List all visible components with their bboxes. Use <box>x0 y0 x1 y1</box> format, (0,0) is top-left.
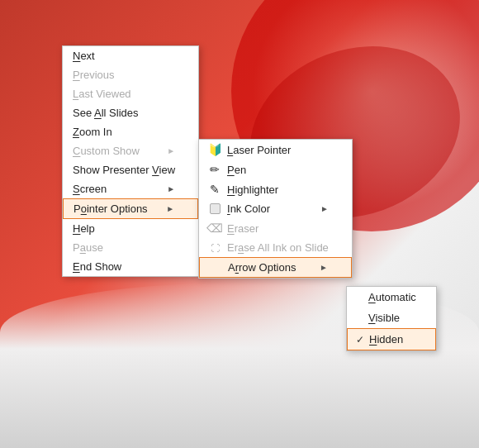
submenu-item-ink-color[interactable]: Ink Color ► <box>199 199 352 218</box>
menu-item-see-all-slides[interactable]: See All Slides <box>63 103 198 122</box>
submenu-label-arrow-options: Arrow Options <box>228 261 296 274</box>
ink-color-icon <box>206 203 224 214</box>
eraser-icon: ⌫ <box>206 222 224 235</box>
menu-label-last-viewed: Last Viewed <box>73 88 131 100</box>
submenu-arrow-icon-pointer: ► <box>166 204 174 213</box>
menu-label-see-all-slides: See All Slides <box>73 107 139 119</box>
menu-label-custom-show: Custom Show <box>73 145 140 157</box>
menu-item-screen[interactable]: Screen ► <box>63 179 198 198</box>
menu-label-show-presenter: Show Presenter View <box>73 164 175 176</box>
submenu-label-erase-all: Erase All Ink on Slide <box>227 241 329 254</box>
menu-item-pointer-options[interactable]: Pointer Options ► <box>63 198 198 219</box>
erase-all-icon: ⛶ <box>206 243 224 253</box>
menu-item-zoom-in[interactable]: Zoom In <box>63 122 198 141</box>
submenu-item-pen[interactable]: ✏ Pen <box>199 160 352 179</box>
menu-item-show-presenter[interactable]: Show Presenter View <box>63 160 198 179</box>
arrow-item-hidden[interactable]: ✓ Hidden <box>347 328 436 350</box>
arrow-label-hidden: Hidden <box>369 333 403 346</box>
submenu-item-eraser: ⌫ Eraser <box>199 218 352 238</box>
menu-item-pause: Pause <box>63 238 198 257</box>
menu-label-screen: Screen <box>73 183 107 195</box>
submenu-arrow-icon-custom-show: ► <box>167 146 175 155</box>
menu-item-custom-show: Custom Show ► <box>63 141 198 160</box>
context-menu: Next Previous Last Viewed See All Slides… <box>62 45 199 277</box>
arrow-label-automatic: Automatic <box>368 291 416 303</box>
submenu-item-highlighter[interactable]: ✎ Highlighter <box>199 179 352 199</box>
submenu-label-laser-pointer: Laser Pointer <box>227 144 291 156</box>
menu-label-zoom-in: Zoom In <box>73 126 112 138</box>
submenu-item-laser-pointer[interactable]: 🔰 Laser Pointer <box>199 140 352 160</box>
menu-label-next: Next <box>73 50 95 62</box>
checkmark-automatic <box>355 292 368 303</box>
arrow-item-automatic[interactable]: Automatic <box>347 287 436 307</box>
menu-item-last-viewed: Last Viewed <box>63 84 198 103</box>
checkmark-visible <box>355 312 368 324</box>
submenu-label-highlighter: Highlighter <box>227 183 278 196</box>
menu-label-pause: Pause <box>73 241 103 254</box>
highlighter-icon: ✎ <box>206 183 224 196</box>
menu-label-pointer-options: Pointer Options <box>74 203 148 215</box>
arrow-label-visible: Visible <box>368 312 400 324</box>
menu-item-help[interactable]: Help <box>63 219 198 238</box>
ink-color-submenu-arrow: ► <box>312 204 329 213</box>
laser-pointer-icon: 🔰 <box>206 143 224 156</box>
submenu-label-ink-color: Ink Color <box>227 203 270 215</box>
menu-item-previous: Previous <box>63 65 198 84</box>
submenu-item-arrow-options[interactable]: Arrow Options ► <box>199 257 352 278</box>
submenu-arrow-icon-screen: ► <box>167 184 175 193</box>
pointer-options-submenu: 🔰 Laser Pointer ✏ Pen ✎ Highlighter Ink … <box>198 139 353 279</box>
menu-label-previous: Previous <box>73 69 115 81</box>
arrow-options-submenu: Automatic Visible ✓ Hidden <box>346 286 437 351</box>
menu-label-end-show: End Show <box>73 260 121 273</box>
arrow-options-submenu-arrow: ► <box>311 263 328 272</box>
menu-item-end-show[interactable]: End Show <box>63 257 198 276</box>
pen-icon: ✏ <box>206 163 224 176</box>
checkmark-hidden: ✓ <box>356 334 369 346</box>
menu-label-help: Help <box>73 222 95 235</box>
menu-item-next[interactable]: Next <box>63 46 198 65</box>
arrow-item-visible[interactable]: Visible <box>347 307 436 328</box>
submenu-label-eraser: Eraser <box>227 222 258 235</box>
submenu-item-erase-all: ⛶ Erase All Ink on Slide <box>199 238 352 257</box>
submenu-label-pen: Pen <box>227 164 246 176</box>
